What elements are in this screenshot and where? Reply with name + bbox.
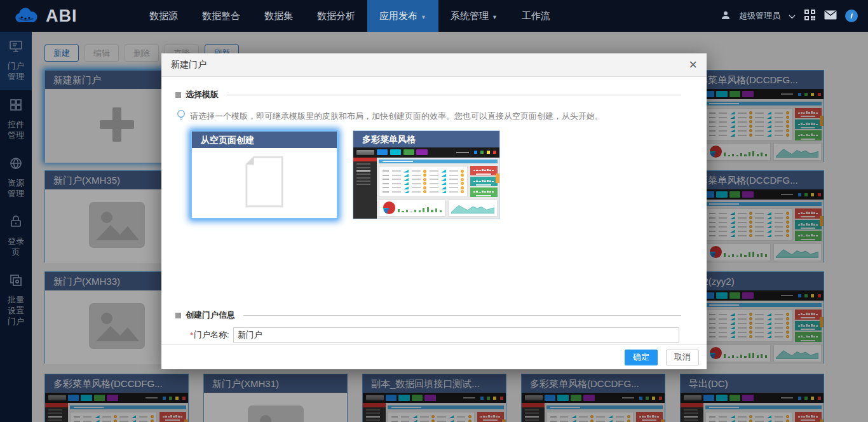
portal-name-label: 门户名称: <box>194 329 229 341</box>
nav-item-7[interactable]: 工作流 <box>510 0 562 32</box>
section-bullet <box>175 92 181 98</box>
section-select-template-label: 选择模版 <box>186 89 219 100</box>
template-card-title: 从空页面创建 <box>192 132 337 148</box>
main-menu: 数据源数据整合数据集数据分析应用发布▼系统管理▼工作流 <box>137 0 562 32</box>
new-portal-dialog: 新建门户 × 选择模版 请选择一个模版，即可继承模版里的皮肤和布局，加快创建页面… <box>161 53 707 369</box>
navbar-right: 超级管理员 i <box>721 9 868 23</box>
dialog-header: 新建门户 × <box>161 53 707 77</box>
user-name[interactable]: 超级管理员 <box>739 10 780 22</box>
template-card-thumbnail <box>192 148 337 218</box>
nav-item-4[interactable]: 数据分析 <box>305 0 367 32</box>
mail-icon[interactable] <box>824 10 837 22</box>
section-divider-line <box>227 95 681 95</box>
nav-item-label: 数据源 <box>149 10 178 21</box>
chevron-down-icon: ▼ <box>421 14 426 20</box>
template-card-thumbnail <box>353 147 499 219</box>
logo-cloud-icon <box>13 6 39 27</box>
dialog-body: 选择模版 请选择一个模版，即可继承模版里的皮肤和布局，加快创建页面的效率。您也可… <box>161 77 707 344</box>
close-icon[interactable]: × <box>689 58 697 72</box>
template-hint: 请选择一个模版，即可继承模版里的皮肤和布局，加快创建页面的效率。您也可以直接从空… <box>177 109 681 123</box>
nav-item-6[interactable]: 系统管理▼ <box>438 0 510 32</box>
user-icon[interactable] <box>721 10 731 22</box>
nav-item-3[interactable]: 数据集 <box>252 0 305 32</box>
info-icon[interactable]: i <box>845 10 858 22</box>
section-divider-line <box>243 315 681 316</box>
brand: ABI <box>0 6 137 27</box>
template-hint-text: 请选择一个模版，即可继承模版里的皮肤和布局，加快创建页面的效率。您也可以直接从空… <box>190 111 603 122</box>
nav-item-label: 工作流 <box>522 10 550 21</box>
template-card-title: 多彩菜单风格 <box>353 131 499 147</box>
blank-page-icon <box>245 156 284 210</box>
section-select-template: 选择模版 <box>175 89 681 100</box>
required-mark: * <box>190 330 193 340</box>
section-portal-info: 创建门户信息 <box>175 310 681 321</box>
dashboard-thumbnail <box>353 147 499 219</box>
template-list: 从空页面创建多彩菜单风格 <box>191 130 681 219</box>
lightbulb-icon <box>177 109 186 123</box>
nav-item-label: 数据分析 <box>317 10 355 21</box>
logo-text: ABI <box>46 6 78 26</box>
template-card-1[interactable]: 从空页面创建 <box>191 130 338 219</box>
qrcode-icon[interactable] <box>804 9 816 23</box>
section-bullet <box>175 313 181 318</box>
dialog-footer: 确定 取消 <box>161 344 707 369</box>
top-navbar: ABI 数据源数据整合数据集数据分析应用发布▼系统管理▼工作流 超级管理员 i <box>0 0 868 32</box>
nav-item-label: 数据整合 <box>202 10 240 21</box>
ok-button[interactable]: 确定 <box>625 350 658 365</box>
nav-item-label: 数据集 <box>264 10 293 21</box>
nav-item-1[interactable]: 数据源 <box>137 0 190 32</box>
template-card-2[interactable]: 多彩菜单风格 <box>353 130 500 219</box>
dialog-title: 新建门户 <box>171 59 207 71</box>
section-portal-info-label: 创建门户信息 <box>186 310 235 321</box>
cancel-button[interactable]: 取消 <box>666 350 699 365</box>
nav-item-label: 应用发布 <box>379 10 417 21</box>
nav-item-label: 系统管理 <box>451 10 489 21</box>
portal-name-input[interactable] <box>233 327 679 343</box>
portal-name-row: * 门户名称: <box>190 327 681 343</box>
chevron-down-icon: ▼ <box>492 14 498 20</box>
chevron-down-icon[interactable] <box>789 11 796 21</box>
nav-item-5[interactable]: 应用发布▼ <box>367 0 438 32</box>
nav-item-2[interactable]: 数据整合 <box>190 0 252 32</box>
